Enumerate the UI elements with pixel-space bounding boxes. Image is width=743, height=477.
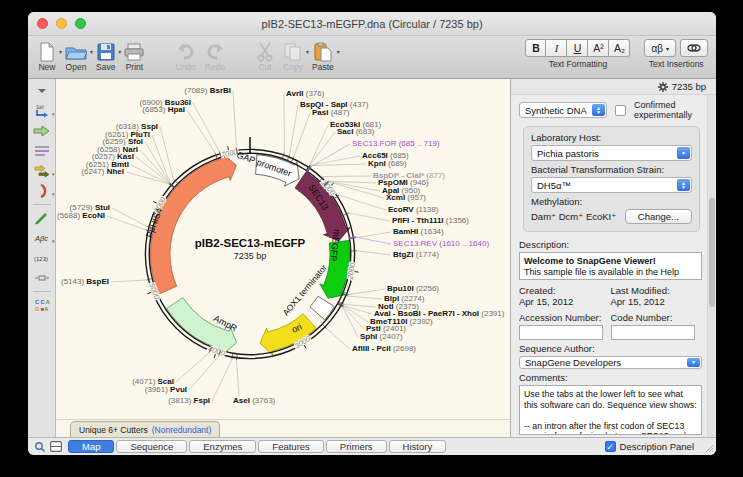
plasmid-name: pIB2-SEC13-mEGFP 7235 bp — [170, 237, 330, 261]
lab-host-select[interactable]: Pichia pastoris▼ — [531, 145, 692, 161]
restriction-site-ecorv[interactable]: EcoRV (1138) — [388, 205, 438, 214]
gear-icon[interactable] — [658, 82, 668, 92]
open-label: Open — [66, 62, 87, 72]
restriction-site-kpni[interactable]: KpnI (689) — [368, 159, 407, 168]
comments-field[interactable]: Use the tabs at the lower left to see wh… — [519, 385, 702, 435]
sequence-type-select[interactable]: Synthetic DNA▲▼ — [519, 102, 607, 118]
text-formatting-group: BIUA²A₂ Text Formatting — [525, 39, 630, 69]
new-icon — [38, 42, 56, 62]
translations-icon[interactable]: ▾ — [30, 161, 54, 181]
orfs-icon[interactable]: ▾ — [30, 181, 54, 201]
restriction-site-bpu10i[interactable]: Bpu10I (2256) — [387, 284, 439, 293]
greek-letters-button[interactable]: αβ▾ — [644, 39, 676, 57]
description-panel-checkbox[interactable]: ✓ — [605, 441, 616, 452]
tab-features[interactable]: Features — [258, 440, 324, 453]
redo-icon — [205, 42, 225, 62]
comments-label: Comments: — [519, 372, 702, 383]
panel-scrollbar[interactable] — [707, 95, 715, 437]
methylation-label: Methylation: — [531, 196, 692, 207]
minimap-icon[interactable] — [30, 268, 54, 288]
save-button[interactable]: ▾Save — [96, 42, 115, 72]
search-icon[interactable] — [34, 441, 46, 453]
description-panel: 7235 bp Synthetic DNA▲▼ Confirmed experi… — [510, 79, 716, 437]
tick-label-2000: 2000 — [345, 261, 357, 281]
feature-pphis4[interactable] — [150, 154, 236, 294]
author-select[interactable]: SnapGene Developers▼ — [519, 356, 702, 369]
primer-label-sec13.for[interactable]: SEC13.FOR (685 .. 719) — [352, 139, 440, 148]
split-view-icon[interactable] — [50, 441, 62, 452]
abc-icon[interactable]: Aβc▾ — [30, 228, 54, 248]
feature-ori[interactable] — [260, 314, 316, 355]
restriction-site-sphi[interactable]: SphI (2407) — [360, 332, 403, 341]
text-formatting-caption: Text Formatting — [549, 59, 608, 69]
collapse-caret-icon[interactable] — [30, 81, 54, 101]
created-value: Apr 15, 2012 — [519, 296, 611, 307]
close-button[interactable] — [37, 18, 48, 29]
restriction-site-pflfi-tth111i[interactable]: PflFI - Tth111I (1356) — [392, 216, 469, 225]
numbering-icon[interactable]: (123) — [30, 248, 54, 268]
sequence-colors-icon[interactable]: C C AG ■A — [30, 295, 54, 315]
primers-icon[interactable] — [30, 141, 54, 161]
format-u-button[interactable]: U — [567, 39, 588, 57]
link-insert-button[interactable] — [680, 39, 708, 57]
tab-sequence[interactable]: Sequence — [116, 440, 187, 453]
restriction-site-avrii[interactable]: AvrII (376) — [286, 89, 324, 98]
change-methylation-button[interactable]: Change... — [625, 209, 692, 224]
confirmed-checkbox[interactable] — [615, 105, 626, 116]
minimize-button[interactable] — [56, 18, 67, 29]
restriction-site-nhei[interactable]: (6247) NheI — [81, 167, 124, 176]
paste-label: Paste — [312, 62, 334, 72]
format-i-button[interactable]: I — [546, 39, 567, 57]
app-window: pIB2-SEC13-mEGFP.dna (Circular / 7235 bp… — [28, 12, 716, 455]
format-b-button[interactable]: B — [525, 39, 546, 57]
feature-aox1-terminator[interactable] — [310, 296, 335, 320]
new-button[interactable]: ▾New — [38, 42, 56, 72]
restriction-site-bamhi[interactable]: BamHI (1634) — [393, 227, 444, 236]
tab-map[interactable]: Map — [68, 440, 114, 453]
copy-button: ▾Copy — [283, 42, 303, 72]
sidebar-divider — [33, 204, 51, 205]
restriction-site-asei[interactable]: AseI (3763) — [233, 396, 275, 405]
tab-history[interactable]: History — [389, 440, 447, 453]
restriction-site-fspi[interactable]: (3813) FspI — [168, 396, 210, 405]
text-insertions-caption: Text Insertions — [649, 59, 704, 69]
enzyme-set-selector[interactable]: Unique 6+ Cutters (Nonredundant) — [70, 421, 220, 437]
resize-grip[interactable] — [705, 444, 714, 453]
modified-value: Apr 15, 2012 — [611, 296, 703, 307]
description-label: Description: — [519, 239, 702, 250]
zoom-button[interactable] — [75, 18, 86, 29]
format-sub-button[interactable]: A₂ — [609, 39, 630, 57]
restriction-site-btgzi[interactable]: BtgZI (1774) — [393, 250, 439, 259]
restriction-site-xcmi[interactable]: XcmI (957) — [386, 193, 426, 202]
primer-label-sec13.rev[interactable]: SEC13.REV (1610 .. 1640) — [393, 239, 489, 248]
restriction-site-econi[interactable]: (5688) EcoNI — [57, 211, 105, 220]
print-label: Print — [126, 62, 143, 72]
code-input[interactable] — [611, 325, 695, 340]
restriction-site-bspei[interactable]: (5143) BspEI — [61, 277, 109, 286]
paste-button[interactable]: ▾Paste — [312, 42, 334, 72]
strain-select[interactable]: DH5α™▲▼ — [531, 177, 692, 193]
description-panel-label: Description Panel — [620, 441, 694, 452]
features-icon[interactable] — [30, 121, 54, 141]
plasmid-map[interactable]: 1000200030004000500060007000GAP promoter… — [56, 79, 510, 419]
undo-icon — [176, 42, 196, 62]
svg-text:G ■A: G ■A — [35, 306, 48, 312]
cut-icon — [256, 42, 274, 62]
tab-primers[interactable]: Primers — [326, 440, 387, 453]
svg-text:Aβc: Aβc — [34, 234, 48, 243]
enzymes-icon[interactable]: SalI▾ — [30, 101, 54, 121]
restriction-site-hpai[interactable]: (6853) HpaI — [142, 105, 185, 114]
restriction-site-pvui[interactable]: (3961) PvuI — [145, 385, 187, 394]
restriction-site-bsrbi[interactable]: (7089) BsrBI — [184, 86, 231, 95]
restriction-site-pasi[interactable]: PasI (487) — [312, 108, 349, 117]
restriction-site-saci[interactable]: SacI (683) — [337, 127, 374, 136]
accession-input[interactable] — [519, 325, 603, 340]
description-field[interactable]: Welcome to SnapGene Viewer! This sample … — [519, 252, 702, 280]
open-button[interactable]: ▾Open — [65, 42, 87, 72]
restriction-site-afliii-pcii[interactable]: AflIII - PciI (2698) — [352, 344, 416, 353]
print-button[interactable]: Print — [124, 42, 144, 72]
nonredundant-link[interactable]: (Nonredundant) — [152, 425, 212, 435]
format-sup-button[interactable]: A² — [588, 39, 609, 57]
tab-enzymes[interactable]: Enzymes — [189, 440, 256, 453]
edit-pencil-icon[interactable] — [30, 208, 54, 228]
